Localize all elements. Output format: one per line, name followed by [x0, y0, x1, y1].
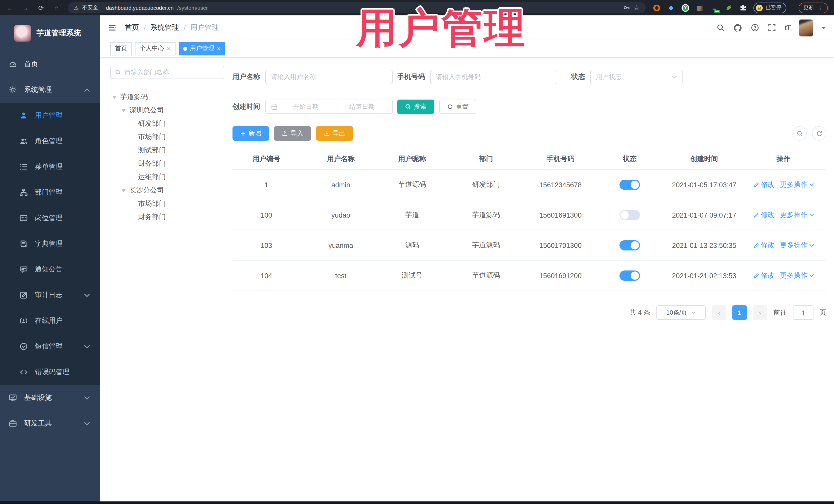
address-bar[interactable]: ⚠ 不安全 dashboard.yudao.iocoder.cn /system… — [68, 2, 645, 13]
app-title: 芋道管理系统 — [37, 28, 81, 38]
breadcrumb-item[interactable]: 首页 — [125, 23, 139, 32]
more-actions-button[interactable]: 更多操作 — [780, 180, 814, 190]
tree-node[interactable]: 财务部门 — [110, 211, 224, 224]
next-page-button[interactable]: › — [753, 305, 767, 320]
extension-leaf-icon[interactable] — [724, 4, 733, 12]
status-toggle[interactable] — [619, 210, 640, 220]
browser-menu-icon[interactable]: ⋮ — [817, 4, 823, 11]
department-search-input[interactable] — [124, 69, 220, 76]
github-icon[interactable] — [733, 23, 742, 32]
edit-user-button[interactable]: 修改 — [753, 271, 775, 280]
page-size-select[interactable]: 10条/页 — [656, 305, 706, 320]
current-page-button[interactable]: 1 — [732, 305, 747, 320]
table-row: 100 yudao 芋道 芋道源码 15601691300 2021-01-07… — [233, 200, 826, 230]
reload-icon[interactable]: ⟳ — [37, 4, 45, 12]
font-size-icon[interactable]: tT — [785, 24, 790, 32]
sidebar-item-14[interactable]: 研发工具 — [0, 411, 100, 436]
fullscreen-icon[interactable] — [768, 24, 776, 32]
sidebar-item-11[interactable]: 短信管理 — [0, 334, 100, 359]
extension-orange-ring-icon[interactable] — [653, 4, 661, 12]
tree-node[interactable]: 市场部门 — [110, 197, 224, 211]
tab-2[interactable]: 用户管理 × — [178, 42, 225, 55]
home-icon[interactable]: ⌂ — [52, 4, 61, 12]
password-key-icon[interactable] — [623, 4, 630, 11]
edit-user-button[interactable]: 修改 — [753, 211, 775, 220]
sidebar-item-8[interactable]: 通知公告 — [0, 257, 100, 282]
tree-node[interactable]: 长沙分公司 — [110, 184, 224, 197]
sidebar-item-1[interactable]: 系统管理 — [0, 77, 100, 103]
tree-node[interactable]: 财务部门 — [110, 157, 224, 170]
caret-down-icon[interactable] — [122, 190, 126, 195]
edit-user-button[interactable]: 修改 — [753, 241, 775, 250]
table-row: 104 test 测试号 芋道源码 15601691200 2021-01-21… — [233, 261, 826, 291]
tree-node[interactable]: 芋道源码 — [110, 90, 224, 104]
close-icon[interactable]: × — [167, 45, 171, 52]
status-toggle[interactable] — [619, 180, 640, 190]
cell-mobile: 15601691200 — [529, 261, 592, 291]
sidebar-item-13[interactable]: 基础设施 — [0, 385, 100, 411]
bookmark-star-icon[interactable]: ☆ — [634, 4, 639, 11]
import-button[interactable]: 导入 — [274, 126, 311, 140]
sidebar-item-6[interactable]: 岗位管理 — [0, 205, 100, 231]
sidebar-item-9[interactable]: 审计日志 — [0, 282, 100, 308]
more-actions-button[interactable]: 更多操作 — [780, 271, 814, 280]
tree-node[interactable]: 深圳总公司 — [110, 104, 224, 117]
hamburger-icon[interactable] — [108, 24, 116, 32]
extensions-puzzle-icon[interactable] — [739, 4, 747, 12]
sidebar-item-3[interactable]: 角色管理 — [0, 128, 100, 154]
app-logo-row[interactable]: 芋道管理系统 — [0, 15, 100, 44]
tree-node-label: 市场部门 — [138, 199, 166, 209]
sidebar-item-7[interactable]: 字典管理 — [0, 231, 100, 257]
status-select[interactable]: 用户状态 — [590, 70, 683, 84]
toggle-search-button[interactable] — [792, 126, 807, 140]
reset-button[interactable]: 重置 — [439, 100, 476, 114]
export-button[interactable]: 导出 — [316, 126, 353, 140]
user-avatar[interactable] — [799, 19, 813, 36]
sidebar-item-2[interactable]: 用户管理 — [0, 103, 100, 128]
gear-icon — [9, 86, 17, 94]
cell-dept: 芋道源码 — [443, 230, 529, 261]
extension-grid-icon[interactable]: ▦ — [696, 4, 704, 12]
more-actions-button[interactable]: 更多操作 — [780, 211, 814, 220]
tree-node[interactable]: 测试部门 — [110, 144, 224, 157]
goto-page-input[interactable] — [793, 305, 813, 320]
sidebar-item-10[interactable]: 在线用户 — [0, 308, 100, 334]
prev-page-button[interactable]: ‹ — [712, 305, 726, 320]
caret-down-icon[interactable] — [122, 109, 126, 114]
close-icon[interactable]: × — [217, 45, 221, 52]
extension-gem-icon[interactable]: ◆ — [667, 4, 675, 12]
tab-0[interactable]: 首页 — [110, 42, 132, 55]
sidebar-item-0[interactable]: 首页 — [0, 51, 100, 77]
back-icon[interactable]: ← — [6, 4, 14, 12]
extension-green-y-icon[interactable]: Y — [681, 4, 689, 12]
search-icon[interactable] — [717, 24, 725, 32]
date-range-picker[interactable]: 开始日期 - 结束日期 — [265, 100, 393, 114]
refresh-table-button[interactable] — [812, 126, 826, 140]
sidebar-item-5[interactable]: 部门管理 — [0, 180, 100, 205]
tree-node[interactable]: 运维部门 — [110, 170, 224, 184]
more-actions-button[interactable]: 更多操作 — [780, 241, 814, 250]
search-button[interactable]: 搜索 — [397, 100, 434, 114]
sidebar-item-12[interactable]: 错误码管理 — [0, 359, 100, 385]
department-tree-panel: 芋道源码 深圳总公司 研发部门 市场部门 测试部门 财务部门 运维部门 长沙分公… — [110, 66, 224, 504]
status-toggle[interactable] — [619, 240, 640, 250]
username-input[interactable] — [265, 70, 393, 84]
browser-update-button[interactable]: 更新 ⋮ — [798, 2, 828, 13]
mobile-input[interactable] — [430, 70, 557, 84]
chevron-down-icon — [84, 422, 90, 425]
tree-node[interactable]: 研发部门 — [110, 117, 224, 130]
forward-icon[interactable]: → — [22, 4, 30, 12]
sidebar-item-label: 部门管理 — [35, 188, 63, 197]
tree-node[interactable]: 市场部门 — [110, 130, 224, 144]
add-user-button[interactable]: 新增 — [233, 126, 269, 140]
sidebar-item-4[interactable]: 菜单管理 — [0, 154, 100, 180]
breadcrumb-item[interactable]: 系统管理 — [150, 23, 179, 32]
caret-down-icon[interactable] — [112, 96, 116, 101]
avatar-caret-down-icon[interactable] — [822, 26, 826, 31]
status-toggle[interactable] — [619, 270, 640, 281]
extension-list-icon[interactable]: ≡on — [710, 4, 718, 12]
paused-profile-badge[interactable]: 已暂停 — [753, 2, 786, 13]
edit-user-button[interactable]: 修改 — [753, 180, 775, 190]
tab-1[interactable]: 个人中心 × — [135, 42, 175, 55]
help-icon[interactable] — [751, 24, 759, 32]
